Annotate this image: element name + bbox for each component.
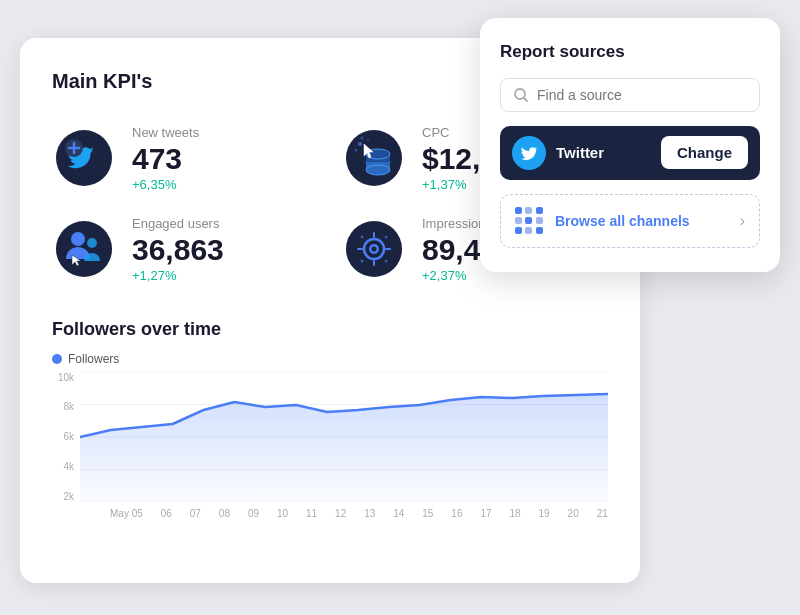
new-tweets-value: 473 [132,142,199,175]
svg-point-26 [385,260,388,263]
search-box[interactable] [500,78,760,112]
chart-wrapper: 10k 8k 6k 4k 2k [52,372,608,519]
legend-label: Followers [68,352,119,366]
engaged-users-value: 36,863 [132,233,224,266]
twitter-name: Twitter [556,144,651,161]
svg-point-20 [372,247,377,252]
kpi-new-tweets: New tweets 473 +6,35% [52,117,318,200]
svg-point-12 [361,137,364,140]
tweet-icon [52,126,116,190]
svg-point-27 [385,236,388,239]
report-sources-panel: Report sources Twitter Change [480,18,780,272]
browse-channels-label: Browse all channels [555,213,728,229]
new-tweets-label: New tweets [132,125,199,140]
svg-point-7 [366,165,390,175]
chart-x-labels: May 05 06 07 08 09 10 11 12 13 14 15 16 … [80,508,608,519]
browse-channels-row[interactable]: Browse all channels › [500,194,760,248]
svg-point-25 [361,236,364,239]
impressions-icon [342,217,406,281]
find-source-input[interactable] [537,87,747,103]
grid-icon [515,207,543,235]
twitter-logo [512,136,546,170]
svg-point-28 [361,260,364,263]
svg-point-13 [367,139,369,141]
followers-chart [80,372,608,502]
kpi-engaged-users: Engaged users 36,863 +1,27% [52,208,318,291]
cpc-icon [342,126,406,190]
y-axis: 10k 8k 6k 4k 2k [52,372,80,502]
users-icon [52,217,116,281]
engaged-users-change: +1,27% [132,268,224,283]
report-sources-title: Report sources [500,42,760,62]
search-icon [513,87,529,103]
svg-line-35 [524,98,527,101]
svg-point-10 [358,142,362,146]
engaged-users-label: Engaged users [132,216,224,231]
twitter-selected-row: Twitter Change [500,126,760,180]
followers-title: Followers over time [52,319,608,340]
chevron-right-icon: › [740,212,745,230]
legend-dot [52,354,62,364]
svg-point-11 [355,149,358,152]
chart-legend: Followers [52,352,608,366]
new-tweets-change: +6,35% [132,177,199,192]
svg-point-16 [87,238,97,248]
svg-point-15 [71,232,85,246]
change-button[interactable]: Change [661,136,748,169]
chart-container: May 05 06 07 08 09 10 11 12 13 14 15 16 … [80,372,608,519]
